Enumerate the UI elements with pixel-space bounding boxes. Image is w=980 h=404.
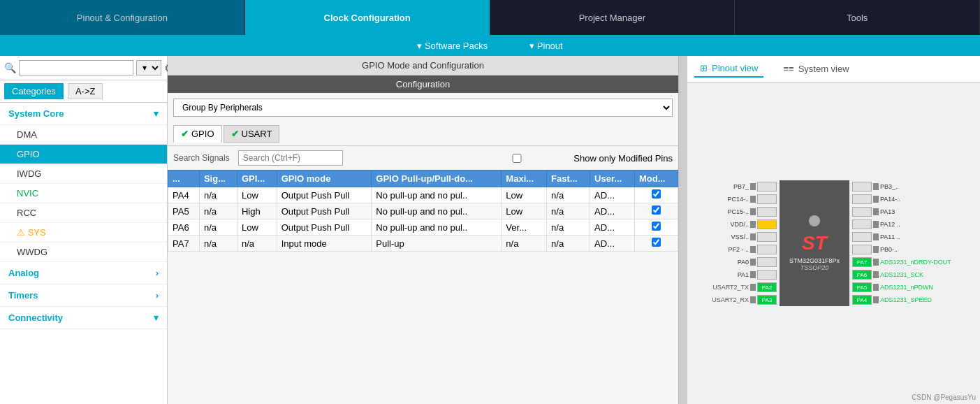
sidebar-content: System Core ▾ DMA GPIO IWDG NVIC RCC: [0, 103, 167, 404]
view-tabs: ⊞ Pinout view ≡≡ System view: [687, 56, 980, 82]
pin-box-pa7[interactable]: PA7: [852, 257, 872, 267]
right-panel: ⊞ Pinout view ≡≡ System view PB7_: [687, 56, 980, 404]
table-row[interactable]: PA7 n/a n/a Input mode Pull-up n/a n/a A…: [168, 236, 678, 252]
pin-nub: [750, 233, 756, 240]
sub-navigation: ▾ Software Packs ▾ Pinout: [0, 35, 980, 56]
pin-box-vdd[interactable]: [757, 219, 777, 229]
pin-box-pb3[interactable]: [852, 182, 872, 192]
tab-clock-config[interactable]: Clock Configuration: [245, 0, 490, 35]
section-analog-header[interactable]: Analog ›: [0, 262, 167, 284]
pin-box-pc14[interactable]: [757, 194, 777, 204]
config-bar: Configuration: [168, 75, 678, 93]
pa6-connected-label: ADS1231_SCK: [880, 271, 957, 278]
pin-box-pa13[interactable]: [852, 207, 872, 217]
pin-box-pa2[interactable]: PA2: [757, 282, 777, 292]
pin-pc14: PC14-..: [710, 194, 777, 204]
row-checkbox[interactable]: [652, 205, 661, 215]
pin-nub: [873, 271, 879, 278]
show-modified-checkbox[interactable]: [465, 154, 569, 163]
pin-nub: [873, 183, 879, 190]
table-row[interactable]: PA4 n/a Low Output Push Pull No pull-up …: [168, 187, 678, 203]
pins-left: PB7_ PC14-.. PC15-..: [710, 182, 777, 305]
table-row[interactable]: PA6 n/a Low Output Push Pull No pull-up …: [168, 219, 678, 236]
tab-gpio[interactable]: ✔ GPIO: [173, 125, 222, 143]
pin-nub: [750, 196, 756, 203]
pin-box-pf2[interactable]: [757, 245, 777, 254]
sidebar-item-dma[interactable]: DMA: [0, 125, 167, 145]
search-icon: 🔍: [4, 62, 16, 73]
tab-az[interactable]: A->Z: [68, 83, 103, 99]
search-signals-input[interactable]: [238, 150, 343, 166]
search-input[interactable]: [19, 60, 133, 75]
pin-pa4: PA4 ADS1231_SPEED: [852, 295, 957, 305]
pin-nub: [873, 246, 879, 253]
pin-box-pa6[interactable]: PA6: [852, 270, 872, 280]
tab-pinout-config[interactable]: Pinout & Configuration: [0, 0, 245, 35]
chip-diagram: PB7_ PC14-.. PC15-..: [710, 180, 957, 306]
row-checkbox[interactable]: [652, 222, 661, 231]
row-checkbox[interactable]: [652, 189, 661, 199]
col-gpio-mode: GPIO mode: [277, 171, 372, 187]
gpio-table-wrapper: ... Sig... GPI... GPIO mode GPIO Pull-up…: [168, 170, 678, 252]
tab-usart[interactable]: ✔ USART: [224, 125, 280, 143]
tab-project-manager[interactable]: Project Manager: [490, 0, 736, 35]
pin-box-pc15[interactable]: [757, 207, 777, 217]
pin-box-pa0[interactable]: [757, 257, 777, 267]
tab-system-view[interactable]: ≡≡ System view: [777, 60, 854, 78]
sidebar-item-gpio[interactable]: GPIO: [0, 145, 167, 164]
scrollbar-divider[interactable]: [678, 56, 687, 404]
section-system-core-header[interactable]: System Core ▾: [0, 103, 167, 125]
section-connectivity-header[interactable]: Connectivity ▾: [0, 307, 167, 329]
center-content: GPIO Mode and Configuration Configuratio…: [168, 56, 678, 404]
pin-nub: [873, 196, 879, 203]
pins-right: PB3_.. PA14-.. PA13: [852, 182, 957, 305]
pin-pa12: PA12 ..: [852, 219, 957, 229]
sidebar-item-rcc[interactable]: RCC: [0, 203, 167, 223]
row-checkbox[interactable]: [652, 238, 661, 247]
chip-logo: ST: [802, 232, 827, 254]
col-gpio: GPI...: [237, 171, 277, 187]
tab-tools[interactable]: Tools: [735, 0, 980, 35]
sidebar-item-wwdg[interactable]: WWDG: [0, 243, 167, 262]
pin-box-pa11[interactable]: [852, 232, 872, 242]
pin-vdd: VDD/..: [710, 219, 777, 229]
pin-pc15: PC15-..: [710, 207, 777, 217]
pin-nub: [750, 246, 756, 253]
pin-pb3: PB3_..: [852, 182, 957, 192]
pin-pa3: USART2_RX PA3: [710, 295, 777, 305]
pin-box-pa3[interactable]: PA3: [757, 295, 777, 305]
section-system-core: System Core ▾ DMA GPIO IWDG NVIC RCC: [0, 103, 167, 262]
pin-box-pa1[interactable]: [757, 270, 777, 280]
pin-box-pb0[interactable]: [852, 245, 872, 254]
pin-box-pa5[interactable]: PA5: [852, 282, 872, 292]
search-dropdown[interactable]: ▾: [136, 60, 161, 75]
table-row[interactable]: PA5 n/a High Output Push Pull No pull-up…: [168, 203, 678, 219]
tab-pinout-view[interactable]: ⊞ Pinout view: [694, 60, 763, 78]
pin-box-pa14[interactable]: [852, 194, 872, 204]
section-timers-header[interactable]: Timers ›: [0, 284, 167, 307]
subnav-pinout[interactable]: ▾ Pinout: [529, 41, 562, 51]
subnav-software-packs[interactable]: ▾ Software Packs: [417, 41, 488, 51]
pa7-connected-label: ADS1231_nDRDY-DOUT: [880, 259, 957, 266]
pin-vss: VSS/..: [710, 232, 777, 242]
pin-pa7: PA7 ADS1231_nDRDY-DOUT: [852, 257, 957, 267]
pin-box-pa12[interactable]: [852, 219, 872, 229]
sidebar-search-bar: 🔍 ▾ ⚙: [0, 56, 167, 80]
usart2-tx-label: USART2_TX: [710, 284, 749, 291]
pin-nub: [873, 208, 879, 215]
sidebar-item-nvic[interactable]: NVIC: [0, 184, 167, 203]
pin-box-pa4[interactable]: PA4: [852, 295, 872, 305]
gpio-table: ... Sig... GPI... GPIO mode GPIO Pull-up…: [168, 170, 678, 252]
tab-categories[interactable]: Categories: [4, 83, 64, 99]
sidebar-item-iwdg[interactable]: IWDG: [0, 164, 167, 184]
pin-pa2: USART2_TX PA2: [710, 282, 777, 292]
sidebar-item-sys[interactable]: ⚠ SYS: [0, 223, 167, 243]
pin-box-pb7[interactable]: [757, 182, 777, 192]
section-timers: Timers ›: [0, 284, 167, 307]
pinout-area: PB7_ PC14-.. PC15-..: [687, 82, 980, 404]
credit-label: CSDN @PegasusYu: [912, 394, 976, 401]
col-fast: Fast...: [547, 171, 590, 187]
group-by-dropdown[interactable]: Group By Peripherals: [173, 99, 673, 117]
pin-box-vss[interactable]: [757, 232, 777, 242]
pin-nub: [750, 183, 756, 190]
